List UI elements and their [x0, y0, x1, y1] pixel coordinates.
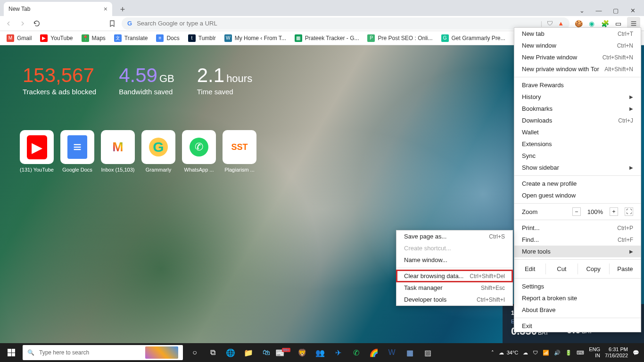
- menu-paste[interactable]: Paste: [609, 263, 641, 274]
- teams-icon[interactable]: 👥: [312, 343, 328, 362]
- menu-rewards[interactable]: Brave Rewards: [514, 79, 641, 91]
- menu-create-profile[interactable]: Create a new profile: [514, 178, 641, 189]
- bookmark-item[interactable]: MGmail: [7, 34, 32, 42]
- word-icon[interactable]: W: [384, 343, 400, 362]
- volume-icon[interactable]: 🔊: [554, 350, 561, 356]
- brave-icon[interactable]: 🦁: [294, 343, 310, 362]
- menu-sync[interactable]: Sync: [514, 150, 641, 162]
- new-tab-button[interactable]: +: [116, 3, 129, 16]
- bookmark-item[interactable]: PPre Post SEO : Onli...: [367, 34, 432, 42]
- security-icon[interactable]: 🛡: [533, 350, 538, 355]
- cookie-ext-icon[interactable]: 🍪: [574, 19, 583, 28]
- zoom-out-button[interactable]: −: [572, 207, 581, 216]
- submenu-developer-tools[interactable]: Developer toolsCtrl+Shift+I: [396, 294, 512, 305]
- news-icon[interactable]: 📰99+: [276, 343, 292, 362]
- shortcut-sst[interactable]: SSTPlagiarism ...: [223, 130, 256, 173]
- menu-new-tor[interactable]: New private window with TorAlt+Shift+N: [514, 63, 641, 75]
- submenu-name-window[interactable]: Name window...: [396, 254, 512, 266]
- task-view-icon[interactable]: ⧉: [205, 343, 221, 362]
- wallet-icon[interactable]: ▭: [614, 19, 622, 28]
- bookmark-item[interactable]: WMy Home ‹ From T...: [224, 34, 286, 42]
- menu-bookmarks[interactable]: Bookmarks▶: [514, 103, 641, 115]
- separator: [396, 268, 512, 268]
- keyboard-icon[interactable]: ⌨: [577, 350, 584, 356]
- edge-icon[interactable]: 🌐: [223, 343, 239, 362]
- menu-print[interactable]: Print...Ctrl+P: [514, 222, 641, 234]
- chevron-down-icon[interactable]: ⌄: [577, 7, 586, 14]
- menu-edit-label: Edit: [514, 263, 545, 274]
- maximize-button[interactable]: ▢: [611, 7, 620, 14]
- language-indicator[interactable]: ENGIN: [589, 346, 600, 359]
- clock[interactable]: 6:31 PM7/16/2022: [605, 346, 628, 359]
- bookmark-item[interactable]: tTumblr: [188, 34, 216, 42]
- menu-downloads[interactable]: DownloadsCtrl+J: [514, 115, 641, 126]
- bookmark-item[interactable]: GGet Grammarly Pre...: [441, 34, 505, 42]
- bookmark-item[interactable]: ▶YouTube: [40, 34, 73, 42]
- menu-exit[interactable]: Exit: [514, 320, 641, 332]
- weather-widget[interactable]: ☁ 34°C: [499, 350, 519, 356]
- bookmark-item[interactable]: 📍Maps: [82, 34, 106, 42]
- cortana-icon[interactable]: ○: [187, 343, 203, 362]
- submenu-task-manager[interactable]: Task managerShift+Esc: [396, 282, 512, 294]
- bookmark-item[interactable]: ≡Docs: [156, 34, 179, 42]
- shield-icon[interactable]: 🛡: [547, 20, 553, 27]
- store-icon[interactable]: 🛍: [258, 343, 274, 362]
- menu-more-tools[interactable]: More tools▶: [514, 246, 641, 257]
- menu-extensions[interactable]: Extensions: [514, 138, 641, 150]
- submenu-clear-browsing-data[interactable]: Clear browsing data...Ctrl+Shift+Del: [396, 270, 512, 282]
- stat-trackers: 153,567 Trackers & ads blocked: [23, 64, 96, 96]
- extensions-puzzle-icon[interactable]: 🧩: [601, 19, 609, 28]
- shortcut-docs[interactable]: ≡Google Docs: [60, 130, 94, 173]
- zoom-in-button[interactable]: +: [610, 207, 618, 216]
- onedrive-icon[interactable]: ☁: [523, 350, 528, 356]
- bookmark-icon[interactable]: [107, 19, 117, 28]
- bookmark-item[interactable]: ▦Prateek Tracker - G...: [295, 34, 359, 42]
- wifi-icon[interactable]: 📶: [543, 350, 549, 356]
- menu-about[interactable]: About Brave: [514, 304, 641, 316]
- minimize-button[interactable]: —: [594, 7, 603, 14]
- menu-report[interactable]: Report a broken site: [514, 292, 641, 304]
- submenu-save-page[interactable]: Save page as...Ctrl+S: [396, 230, 512, 242]
- notifications-icon[interactable]: 💬: [633, 350, 639, 356]
- menu-wallet[interactable]: Wallet: [514, 126, 641, 138]
- reload-button[interactable]: [32, 19, 41, 28]
- menu-settings[interactable]: Settings: [514, 280, 641, 292]
- shortcut-youtube[interactable]: ▶(131) YouTube: [20, 130, 54, 173]
- telegram-icon[interactable]: ✈: [330, 343, 346, 362]
- stat-bandwidth: 4.59GB Bandwidth saved: [119, 64, 174, 96]
- brave-logo-icon[interactable]: ▲: [558, 20, 564, 27]
- menu-cut[interactable]: Cut: [545, 263, 577, 274]
- forward-button[interactable]: [18, 19, 27, 28]
- whatsapp-task-icon[interactable]: ✆: [348, 343, 364, 362]
- close-window-button[interactable]: ✕: [628, 7, 637, 14]
- seo-icon: P: [367, 34, 375, 42]
- address-bar[interactable]: G Search Google or type a URL | 🛡 ▲: [122, 17, 570, 30]
- menu-new-window[interactable]: New windowCtrl+N: [514, 40, 641, 51]
- close-tab-icon[interactable]: ×: [104, 5, 107, 13]
- shortcut-whatsapp[interactable]: ✆WhatsApp ...: [182, 130, 216, 173]
- chrome-icon[interactable]: 🌈: [366, 343, 382, 362]
- shortcut-gmail[interactable]: MInbox (15,103): [101, 130, 135, 173]
- explorer-icon[interactable]: 📁: [240, 343, 256, 362]
- menu-find[interactable]: Find...Ctrl+F: [514, 234, 641, 246]
- search-highlight-icon[interactable]: [145, 346, 178, 359]
- wordpress-icon: W: [224, 34, 232, 42]
- taskbar-search[interactable]: 🔍 Type here to search: [23, 345, 183, 360]
- menu-new-tab[interactable]: New tabCtrl+T: [514, 28, 641, 40]
- menu-sidebar[interactable]: Show sidebar▶: [514, 162, 641, 173]
- browser-tab[interactable]: New Tab ×: [4, 2, 112, 16]
- grammarly-ext-icon[interactable]: ◉: [587, 19, 596, 28]
- fullscreen-button[interactable]: ⛶: [625, 207, 633, 216]
- menu-history[interactable]: History▶: [514, 91, 641, 103]
- shortcut-grammarly[interactable]: GGrammarly: [141, 130, 175, 173]
- battery-icon[interactable]: 🔋: [565, 350, 572, 356]
- bookmark-item[interactable]: 文Translate: [114, 34, 148, 42]
- menu-guest[interactable]: Open guest window: [514, 189, 641, 201]
- menu-copy[interactable]: Copy: [578, 263, 609, 274]
- start-button[interactable]: [0, 343, 23, 362]
- menu-new-private[interactable]: New Private windowCtrl+Shift+N: [514, 51, 641, 63]
- back-button[interactable]: [4, 19, 13, 28]
- app-icon[interactable]: ▦: [402, 343, 418, 362]
- app2-icon[interactable]: ▨: [420, 343, 436, 362]
- tray-chevron-icon[interactable]: ˄: [491, 350, 494, 356]
